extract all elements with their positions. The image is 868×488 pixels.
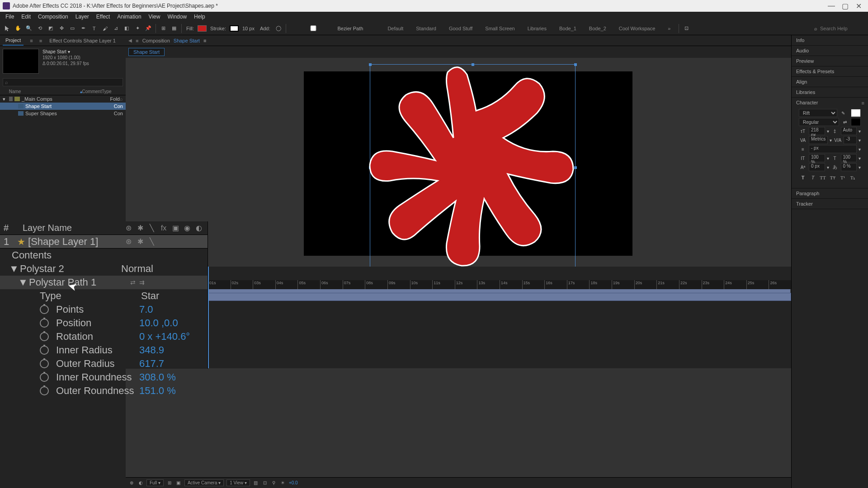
panel-align[interactable]: Align: [792, 77, 868, 87]
view-icon-2[interactable]: ⊡: [262, 480, 268, 486]
workspace-more[interactable]: »: [662, 25, 676, 32]
col-name[interactable]: Name: [9, 89, 80, 94]
stroke-swatch[interactable]: [230, 25, 239, 32]
tab-project[interactable]: Project: [3, 36, 24, 46]
comp-menu-icon[interactable]: ≡: [203, 38, 206, 43]
panel-menu-icon[interactable]: ≡: [28, 38, 34, 43]
project-search[interactable]: ⌕: [3, 78, 123, 86]
blend-mode[interactable]: Normal: [121, 263, 153, 275]
work-area-bar[interactable]: [208, 289, 791, 293]
add-button[interactable]: ◯: [274, 24, 283, 33]
camera-tool[interactable]: ◩: [46, 24, 55, 33]
path-mode-icon-2[interactable]: ⇉: [139, 279, 145, 286]
sync-icon[interactable]: ⊡: [682, 24, 691, 33]
workspace-bode1[interactable]: Bode_1: [554, 25, 582, 32]
allcaps-button[interactable]: TT: [819, 174, 827, 181]
bold-button[interactable]: T: [799, 174, 807, 181]
col-comment[interactable]: Comment: [82, 89, 102, 94]
menu-view[interactable]: View: [145, 13, 164, 21]
camera-dropdown[interactable]: Active Camera ▾: [184, 479, 224, 486]
roto-tool[interactable]: ✦: [133, 24, 142, 33]
stopwatch-icon[interactable]: [40, 346, 49, 355]
exposure-icon[interactable]: ☀: [280, 480, 286, 486]
menu-animation[interactable]: Animation: [113, 13, 145, 21]
menu-help[interactable]: Help: [190, 13, 209, 21]
text-fill-swatch[interactable]: [851, 109, 861, 117]
resolution-dropdown[interactable]: Full ▾: [146, 479, 164, 486]
switch-fx-icon[interactable]: fx: [159, 223, 169, 233]
menu-edit[interactable]: Edit: [18, 13, 34, 21]
mask-icon[interactable]: ▣: [175, 480, 182, 486]
magnify-icon[interactable]: ⊕: [128, 480, 135, 486]
stopwatch-icon[interactable]: [40, 319, 49, 328]
time-ruler[interactable]: 01s02s03s04s05s06s07s08s09s10s11s12s13s1…: [208, 280, 791, 289]
puppet-tool[interactable]: 📌: [144, 24, 153, 33]
text-stroke-width[interactable]: - px: [809, 145, 857, 153]
comp-name-link[interactable]: Shape Start: [174, 38, 200, 43]
stopwatch-icon[interactable]: [40, 359, 49, 368]
vscale[interactable]: 100 %: [809, 154, 825, 162]
stopwatch-icon[interactable]: [40, 373, 49, 382]
close-button[interactable]: ✕: [852, 1, 865, 11]
layer-collapse-icon[interactable]: ✱: [135, 237, 145, 247]
hand-tool[interactable]: ✋: [14, 24, 23, 33]
font-select[interactable]: Rift: [799, 109, 837, 117]
polystar-group-row[interactable]: ▼ Polystar 2 Normal: [0, 262, 208, 276]
kerning[interactable]: Metrics: [809, 136, 828, 144]
stopwatch-icon[interactable]: [40, 386, 49, 395]
outer-roundness-value[interactable]: 151.0 %: [139, 385, 176, 397]
polystar-path-row[interactable]: ▼ Polystar Path 1 ⇄ ⇉: [0, 276, 208, 289]
layer-quality-icon[interactable]: ╲: [147, 237, 157, 247]
subscript-button[interactable]: T₁: [849, 174, 857, 181]
comp-thumbnail[interactable]: [3, 49, 39, 74]
menu-layer[interactable]: Layer: [72, 13, 93, 21]
menu-effect[interactable]: Effect: [93, 13, 113, 21]
superscript-button[interactable]: T¹: [839, 174, 847, 181]
hscale[interactable]: 100 %: [841, 154, 857, 162]
zoom-tool[interactable]: 🔍: [24, 24, 33, 33]
stopwatch-icon[interactable]: [40, 332, 49, 341]
comp-row-shape-start[interactable]: Shape StartCon: [0, 103, 126, 110]
rotation-value[interactable]: 0 x +140.6°: [139, 331, 190, 343]
maximize-button[interactable]: ▢: [838, 1, 852, 11]
eyedropper-icon[interactable]: ✎: [839, 109, 847, 117]
shape-tool[interactable]: ▭: [68, 24, 77, 33]
stroke-width[interactable]: 10 px: [241, 26, 256, 31]
views-dropdown[interactable]: 1 View ▾: [226, 479, 250, 486]
tracking[interactable]: -3: [844, 136, 857, 144]
switch-shy-icon[interactable]: ⊛: [123, 223, 133, 233]
inner-radius-value[interactable]: 348.9: [139, 344, 164, 356]
workspace-libraries[interactable]: Libraries: [522, 25, 552, 32]
workspace-smallscreen[interactable]: Small Screen: [480, 25, 520, 32]
fill-swatch[interactable]: [198, 25, 207, 32]
switch-motion-blur-icon[interactable]: ◉: [182, 223, 192, 233]
layer-shy-icon[interactable]: ⊛: [123, 237, 133, 247]
font-size[interactable]: 218 px: [809, 127, 825, 135]
text-stroke-swatch[interactable]: [851, 118, 861, 126]
outer-radius-value[interactable]: 617.7: [139, 358, 164, 370]
weight-select[interactable]: Regular: [799, 118, 839, 126]
panel-effects-presets[interactable]: Effects & Presets: [792, 66, 868, 77]
layer-name[interactable]: [Shape Layer 1]: [28, 236, 123, 248]
bezier-checkbox[interactable]: [291, 25, 336, 31]
palette-icon[interactable]: ◐: [137, 480, 144, 486]
brush-tool[interactable]: 🖌: [100, 24, 109, 33]
flowchart-tab[interactable]: Shape Start: [128, 48, 165, 56]
switch-adjust-icon[interactable]: ◐: [194, 223, 204, 233]
panel-menu-icon[interactable]: ≡: [862, 100, 864, 106]
workspace-bode2[interactable]: Bode_2: [584, 25, 612, 32]
leading[interactable]: Auto: [841, 127, 857, 135]
baseline[interactable]: 0 px: [809, 163, 825, 171]
panel-preview[interactable]: Preview: [792, 56, 868, 66]
search-input[interactable]: [820, 26, 865, 31]
grid-icon[interactable]: ⊞: [166, 480, 173, 486]
rotate-tool[interactable]: ⟲: [35, 24, 44, 33]
path-mode-icon-1[interactable]: ⇄: [130, 279, 136, 286]
panel-paragraph[interactable]: Paragraph: [792, 188, 868, 199]
playhead[interactable]: [208, 267, 209, 368]
type-value[interactable]: Star: [141, 290, 159, 302]
panel-info[interactable]: Info: [792, 35, 868, 46]
italic-button[interactable]: T: [809, 174, 817, 181]
minimize-button[interactable]: —: [825, 1, 838, 11]
snap-icon-2[interactable]: ▦: [170, 24, 179, 33]
